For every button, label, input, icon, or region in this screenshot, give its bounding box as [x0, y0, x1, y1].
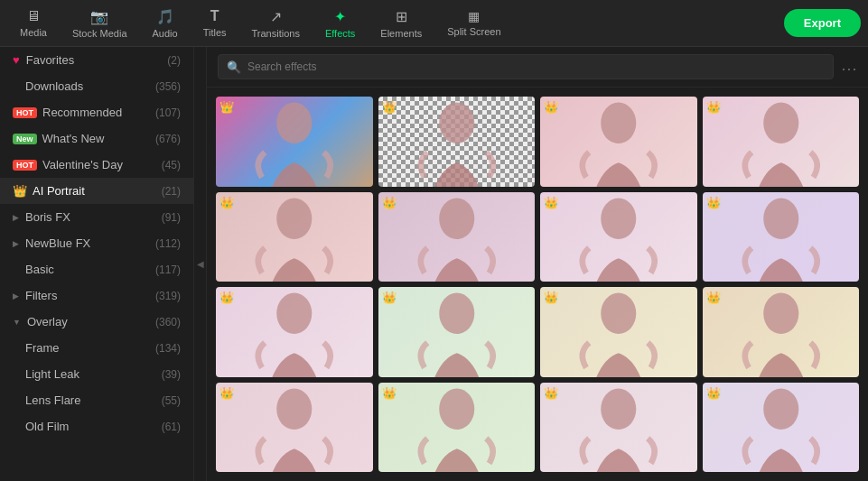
effect-card-neon-trailing-2[interactable]: 👑⬇Neon Trailing 2 — [703, 383, 860, 473]
sidebar-item-overlay[interactable]: ▼ Overlay (360) — [0, 309, 193, 335]
crown-icon-human-glitch: 👑 — [219, 100, 234, 114]
effect-card-human-noise[interactable]: 👑Human Noise — [378, 192, 536, 282]
top-nav: 🖥 Media 📷 Stock Media 🎵 Audio T Titles ↗… — [0, 0, 868, 47]
sidebar-label-overlay: Overlay — [27, 315, 155, 328]
sidebar-item-filters[interactable]: ▶ Filters (319) — [0, 282, 193, 309]
sidebar-item-downloads[interactable]: Downloads (356) — [0, 73, 193, 99]
crown-icon-lightning-flash-1: 👑 — [382, 291, 397, 304]
sidebar-count-lens-flare: (55) — [162, 394, 181, 407]
effect-card-neon-trailing-1[interactable]: 👑⬇Neon Trailing 1 — [540, 383, 697, 473]
svg-point-13 — [439, 388, 474, 430]
nav-item-transitions[interactable]: ↗ Transitions — [239, 0, 313, 46]
effect-card-neon-flow-1[interactable]: 👑Neon Flow 1 — [703, 97, 860, 187]
export-button[interactable]: Export — [784, 9, 861, 37]
nav-label-stock-media: Stock Media — [72, 28, 127, 39]
crown-icon-neon-flow-2: 👑 — [544, 196, 558, 209]
effect-card-lightning-flash-1[interactable]: 👑⬇Lightning Flash 1 — [378, 287, 536, 377]
effect-thumbnail-lightning-flash-4: 👑 — [703, 192, 860, 282]
nav-item-audio[interactable]: 🎵 Audio — [140, 0, 191, 46]
sidebar-label-lens-flare: Lens Flare — [25, 393, 162, 407]
crown-icon-neon-trailing-2: 👑 — [706, 386, 721, 400]
sidebar-item-valentines[interactable]: HOT Valentine's Day (45) — [0, 152, 193, 178]
chevron-right-newblue: ▶ — [13, 239, 19, 248]
sidebar-count-valentines: (45) — [162, 159, 181, 171]
sidebar-item-boris-fx[interactable]: ▶ Boris FX (91) — [0, 204, 193, 230]
sidebar-count-old-film: (61) — [162, 421, 181, 433]
effect-card-lightning-flash-3[interactable]: 👑⬇Lightning Flash 3 — [216, 287, 373, 377]
sidebar-label-light-leak: Light Leak — [25, 367, 162, 381]
effect-card-lightning-flash-4[interactable]: 👑Lightning Flash 4 — [703, 192, 860, 282]
crown-icon-lightning-flash-4: 👑 — [706, 196, 721, 209]
sidebar-item-newblue-fx[interactable]: ▶ NewBlue FX (112) — [0, 230, 193, 256]
split-screen-icon: ▦ — [468, 9, 480, 23]
main-area: ♥ Favorites (2) Downloads (356) HOT Reco… — [0, 47, 868, 481]
search-wrapper: 🔍 — [218, 54, 834, 79]
sidebar-count-downloads: (356) — [155, 80, 181, 93]
sidebar-item-frame[interactable]: Frame (134) — [0, 335, 193, 361]
titles-icon: T — [210, 8, 219, 24]
effect-card-neon-flow-4[interactable]: 👑⬇Neon Flow 4 — [703, 287, 860, 377]
effect-card-neon-ring-4[interactable]: 👑⬇Neon Ring 4 — [216, 383, 373, 473]
sidebar-count-whats-new: (676) — [155, 133, 181, 145]
effect-thumbnail-neon-flow-3: 👑⬇ — [378, 383, 536, 473]
sidebar-item-ai-portrait[interactable]: 👑 AI Portrait (21) — [0, 178, 193, 204]
hot-badge-valentines: HOT — [13, 160, 37, 171]
sidebar-item-light-leak[interactable]: Light Leak (39) — [0, 361, 193, 387]
sidebar-item-lens-flare[interactable]: Lens Flare (55) — [0, 387, 193, 413]
effect-card-lightning-flash-2[interactable]: 👑⬇Lightning Flash 2 — [540, 287, 697, 377]
sidebar-item-whats-new[interactable]: New What's New (676) — [0, 125, 193, 152]
crown-icon-neon-ring-4: 👑 — [219, 386, 234, 400]
audio-icon: 🎵 — [156, 8, 174, 25]
effects-icon: ✦ — [334, 8, 346, 25]
effect-thumbnail-human-glitch: 👑 — [216, 97, 373, 187]
effect-thumbnail-neon-trailing-1: 👑⬇ — [540, 383, 697, 473]
hot-badge-recommended: HOT — [13, 107, 37, 118]
chevron-right-filters: ▶ — [13, 291, 19, 301]
nav-item-effects[interactable]: ✦ Effects — [313, 0, 368, 46]
sidebar-collapse-handle[interactable]: ◀ — [194, 47, 207, 481]
stock-media-icon: 📷 — [90, 8, 108, 25]
search-icon: 🔍 — [227, 60, 241, 74]
nav-item-titles[interactable]: T Titles — [191, 0, 239, 46]
grid-view-icon[interactable]: ⋯ — [841, 59, 857, 75]
chevron-right-boris: ▶ — [13, 213, 19, 222]
sidebar-label-favorites: Favorites — [26, 53, 168, 67]
effect-card-neon-flow-2[interactable]: 👑Neon Flow 2 — [540, 192, 697, 282]
sidebar-label-old-film: Old Film — [25, 420, 162, 433]
sidebar-item-basic[interactable]: Basic (117) — [0, 256, 193, 282]
sidebar-label-valentines: Valentine's Day — [42, 158, 162, 171]
chevron-down-overlay: ▼ — [13, 318, 21, 327]
effect-card-human-seg[interactable]: 👑Human Segmentation — [378, 97, 536, 187]
nav-item-media[interactable]: 🖥 Media — [7, 0, 60, 46]
sidebar-count-overlay: (360) — [155, 316, 181, 328]
sidebar-count-newblue-fx: (112) — [155, 237, 181, 250]
nav-item-split-screen[interactable]: ▦ Split Screen — [434, 0, 513, 46]
effect-thumbnail-neon-flow-4: 👑⬇ — [703, 287, 860, 377]
nav-label-titles: Titles — [203, 27, 227, 38]
sidebar-item-recommended[interactable]: HOT Recommended (107) — [0, 99, 193, 125]
crown-icon-lightning-flash-3: 👑 — [219, 291, 234, 304]
nav-label-transitions: Transitions — [252, 28, 300, 39]
effect-card-neon-flow-3[interactable]: 👑⬇Neon Flow 3 — [378, 383, 536, 473]
svg-point-14 — [601, 388, 636, 430]
effect-card-human-pixelate[interactable]: 👑Human Pixelate — [216, 192, 373, 282]
sidebar-item-favorites[interactable]: ♥ Favorites (2) — [0, 47, 193, 73]
search-bar: 🔍 ⋯ — [207, 47, 868, 88]
svg-point-1 — [439, 103, 474, 144]
sidebar-item-old-film[interactable]: Old Film (61) — [0, 413, 193, 439]
sidebar-label-boris-fx: Boris FX — [25, 210, 162, 224]
nav-item-stock-media[interactable]: 📷 Stock Media — [60, 0, 140, 46]
nav-item-elements[interactable]: ⊞ Elements — [368, 0, 434, 46]
search-input[interactable] — [218, 54, 834, 79]
transitions-icon: ↗ — [270, 8, 282, 25]
sidebar-label-filters: Filters — [25, 289, 155, 302]
sidebar-label-ai-portrait: AI Portrait — [33, 184, 162, 198]
effect-card-human-border[interactable]: 👑Human Border — [540, 97, 697, 187]
effect-card-human-glitch[interactable]: 👑Human Glitch — [216, 97, 373, 187]
sidebar-count-favorites: (2) — [167, 54, 181, 67]
svg-point-0 — [276, 103, 312, 144]
collapse-arrow-icon: ◀ — [197, 259, 204, 269]
effect-thumbnail-human-pixelate: 👑 — [216, 192, 373, 282]
nav-label-split-screen: Split Screen — [447, 26, 500, 37]
media-icon: 🖥 — [26, 8, 41, 24]
